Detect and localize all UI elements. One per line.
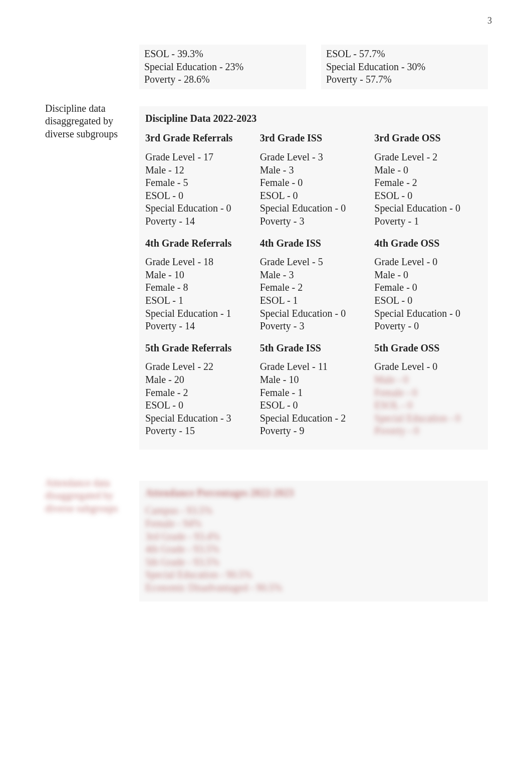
data-line: Male - 3 <box>260 269 368 282</box>
col-head-g5-iss: 5th Grade ISS <box>260 340 368 357</box>
col-head-g3-oss: 3rd Grade OSS <box>374 130 482 147</box>
discipline-title: Discipline Data 2022-2023 <box>145 112 482 125</box>
data-line: Poverty - 9 <box>260 425 368 438</box>
obscured-line: 4th Grade - 93.5% <box>145 543 482 556</box>
attendance-row: Attendance data disaggregated by diverse… <box>45 474 492 605</box>
data-line: Poverty - 3 <box>260 215 368 228</box>
attendance-title: Attendance Percentages 2022-2023 <box>145 487 482 500</box>
summary-left: ESOL - 39.3% Special Education - 23% Pov… <box>139 45 306 89</box>
obscured-line: Poverty - 0 <box>374 425 482 438</box>
data-line: Grade Level - 22 <box>145 360 253 373</box>
data-line: Male - 10 <box>145 269 253 282</box>
data-line: Grade Level - 11 <box>260 360 368 373</box>
data-line: Special Education - 2 <box>260 412 368 425</box>
data-line: Female - 8 <box>145 281 253 294</box>
data-line: Grade Level - 3 <box>260 151 368 164</box>
summary-right-line: Poverty - 57.7% <box>326 74 392 85</box>
data-line: Poverty - 0 <box>374 320 482 333</box>
data-line: Grade Level - 2 <box>374 151 482 164</box>
col-head-g3-ref: 3rd Grade Referrals <box>145 130 253 147</box>
data-line: Grade Level - 0 <box>374 256 482 269</box>
summary-right: ESOL - 57.7% Special Education - 30% Pov… <box>321 45 488 89</box>
obscured-line: 3rd Grade - 93.4% <box>145 530 482 543</box>
obscured-line: Male - 0 <box>374 373 482 386</box>
obscured-line: Female - 94% <box>145 517 482 530</box>
data-line: ESOL - 0 <box>260 189 368 203</box>
g5-iss: Grade Level - 11 Male - 10 Female - 1 ES… <box>260 358 368 443</box>
col-head-g4-iss: 4th Grade ISS <box>260 235 368 252</box>
data-line: Female - 0 <box>374 281 482 294</box>
col-head-g4-oss: 4th Grade OSS <box>374 235 482 252</box>
data-line: Special Education - 0 <box>145 202 253 215</box>
data-line: Female - 5 <box>145 176 253 189</box>
col-head-g3-iss: 3rd Grade ISS <box>260 130 368 147</box>
g4-iss: Grade Level - 5 Male - 3 Female - 2 ESOL… <box>260 254 368 338</box>
data-line: Female - 1 <box>260 386 368 400</box>
page-number: 3 <box>45 15 492 27</box>
obscured-line: Female - 0 <box>374 386 482 400</box>
summary-left-line: ESOL - 39.3% <box>144 48 203 59</box>
data-line: Female - 2 <box>145 386 253 400</box>
obscured-line: Special Education - 90.5% <box>145 568 482 581</box>
data-line: Male - 3 <box>260 164 368 177</box>
data-line: Poverty - 14 <box>145 215 253 228</box>
g4-referrals: Grade Level - 18 Male - 10 Female - 8 ES… <box>145 254 253 338</box>
data-line: Special Education - 0 <box>374 202 482 215</box>
data-line: ESOL - 1 <box>260 294 368 307</box>
attendance-box: Attendance Percentages 2022-2023 Campus … <box>139 481 488 602</box>
data-line: Male - 0 <box>374 269 482 282</box>
data-line: Grade Level - 18 <box>145 256 253 269</box>
data-line: Poverty - 1 <box>374 215 482 228</box>
data-line: ESOL - 0 <box>145 189 253 203</box>
data-line: Female - 2 <box>260 281 368 294</box>
discipline-row: Discipline data disaggregated by diverse… <box>45 99 492 453</box>
g5-referrals: Grade Level - 22 Male - 20 Female - 2 ES… <box>145 358 253 443</box>
data-line: Poverty - 15 <box>145 425 253 438</box>
data-line: Poverty - 3 <box>260 320 368 333</box>
data-line: Female - 2 <box>374 176 482 189</box>
data-line: ESOL - 1 <box>145 294 253 307</box>
data-line: Female - 0 <box>260 176 368 189</box>
col-head-g5-ref: 5th Grade Referrals <box>145 340 253 357</box>
col-head-g4-ref: 4th Grade Referrals <box>145 235 253 252</box>
g4-oss: Grade Level - 0 Male - 0 Female - 0 ESOL… <box>374 254 482 338</box>
obscured-line: ESOL - 0 <box>374 399 482 412</box>
obscured-line: Economic Disadvantaged - 90.5% <box>145 581 482 595</box>
data-line: ESOL - 0 <box>374 189 482 203</box>
g3-oss: Grade Level - 2 Male - 0 Female - 2 ESOL… <box>374 149 482 233</box>
data-line: Special Education - 1 <box>145 307 253 320</box>
summary-right-line: ESOL - 57.7% <box>326 48 385 59</box>
discipline-row-label: Discipline data disaggregated by diverse… <box>45 99 135 141</box>
obscured-line: Special Education - 0 <box>374 412 482 425</box>
data-line: ESOL - 0 <box>260 399 368 412</box>
summary-left-line: Poverty - 28.6% <box>144 74 210 85</box>
discipline-box: Discipline Data 2022-2023 3rd Grade Refe… <box>139 106 488 450</box>
g3-referrals: Grade Level - 17 Male - 12 Female - 5 ES… <box>145 149 253 233</box>
data-line: Special Education - 0 <box>260 307 368 320</box>
data-line: Grade Level - 17 <box>145 151 253 164</box>
col-head-g5-oss: 5th Grade OSS <box>374 340 482 357</box>
g5-oss: Grade Level - 0 Male - 0 Female - 0 ESOL… <box>374 358 482 443</box>
data-line: Special Education - 0 <box>374 307 482 320</box>
obscured-line: 5th Grade - 93.5% <box>145 556 482 569</box>
g3-iss: Grade Level - 3 Male - 3 Female - 0 ESOL… <box>260 149 368 233</box>
data-line: Male - 10 <box>260 373 368 386</box>
data-line: ESOL - 0 <box>374 294 482 307</box>
top-summary-label <box>45 42 135 45</box>
data-line: Male - 0 <box>374 164 482 177</box>
data-line: Grade Level - 0 <box>374 360 482 373</box>
obscured-line: Campus - 93.5% <box>145 504 482 517</box>
data-line: Special Education - 3 <box>145 412 253 425</box>
data-line: Grade Level - 5 <box>260 256 368 269</box>
data-line: Male - 20 <box>145 373 253 386</box>
data-line: ESOL - 0 <box>145 399 253 412</box>
discipline-table: 3rd Grade Referrals 3rd Grade ISS 3rd Gr… <box>145 130 482 442</box>
summary-right-line: Special Education - 30% <box>326 61 425 72</box>
data-line: Male - 12 <box>145 164 253 177</box>
summary-left-line: Special Education - 23% <box>144 61 243 72</box>
top-summary-row: ESOL - 39.3% Special Education - 23% Pov… <box>45 42 492 92</box>
data-line: Poverty - 14 <box>145 320 253 333</box>
attendance-row-label: Attendance data disaggregated by diverse… <box>45 474 135 515</box>
data-line: Special Education - 0 <box>260 202 368 215</box>
